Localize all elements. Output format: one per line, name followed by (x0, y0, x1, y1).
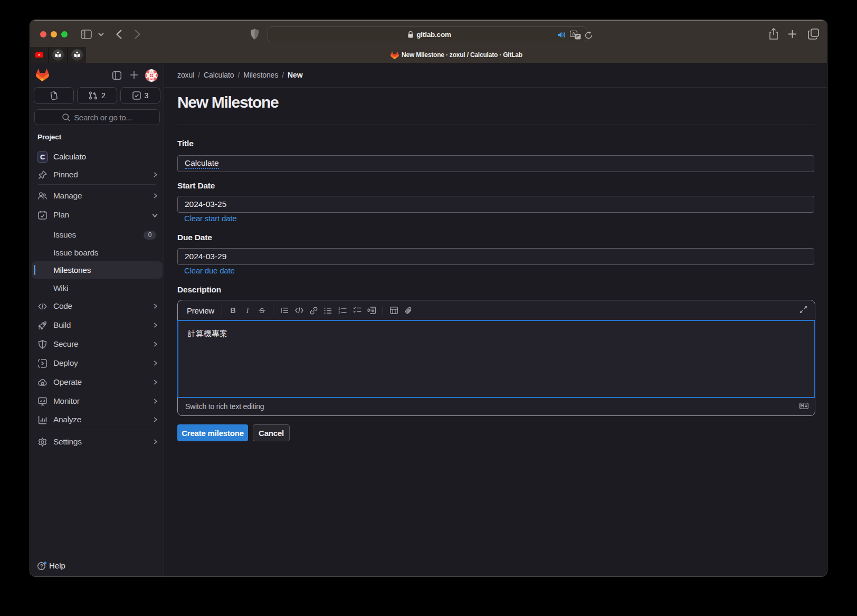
svg-text:1: 1 (338, 307, 340, 310)
svg-text:?: ? (40, 563, 43, 570)
svg-text:I: I (246, 307, 250, 314)
svg-text:2: 2 (338, 311, 340, 315)
svg-text:B: B (231, 307, 236, 314)
